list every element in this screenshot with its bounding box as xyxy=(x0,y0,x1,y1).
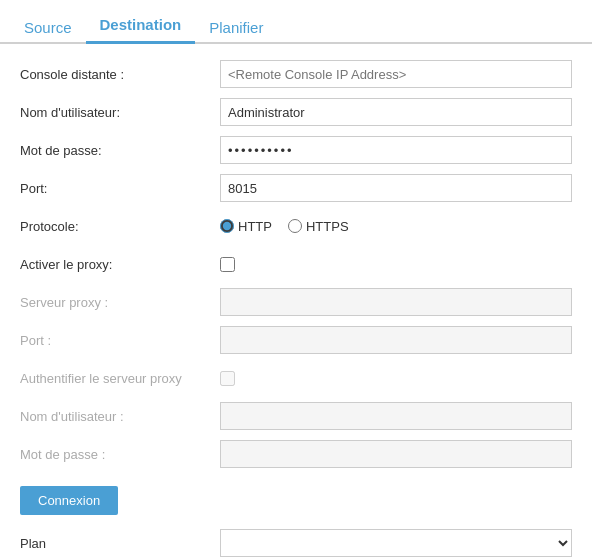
protocol-group: HTTP HTTPS xyxy=(220,219,349,234)
proxy-port-label: Port : xyxy=(20,333,220,348)
protocol-https-option[interactable]: HTTPS xyxy=(288,219,349,234)
port-row: Port: xyxy=(20,174,572,202)
proxy-port-input[interactable] xyxy=(220,326,572,354)
password-label: Mot de passe: xyxy=(20,143,220,158)
proxy-password-label: Mot de passe : xyxy=(20,447,220,462)
username-row: Nom d'utilisateur: xyxy=(20,98,572,126)
proxy-server-row: Serveur proxy : xyxy=(20,288,572,316)
proxy-enable-row: Activer le proxy: xyxy=(20,250,572,278)
form-body: Console distante : Nom d'utilisateur: Mo… xyxy=(0,44,592,557)
protocol-http-radio[interactable] xyxy=(220,219,234,233)
tab-bar: Source Destination Planifier xyxy=(0,0,592,44)
protocol-https-radio[interactable] xyxy=(288,219,302,233)
username-input[interactable] xyxy=(220,98,572,126)
proxy-username-input[interactable] xyxy=(220,402,572,430)
protocol-row: Protocole: HTTP HTTPS xyxy=(20,212,572,240)
plan-row: Plan xyxy=(20,529,572,557)
proxy-username-row: Nom d'utilisateur : xyxy=(20,402,572,430)
username-label: Nom d'utilisateur: xyxy=(20,105,220,120)
plan-select[interactable] xyxy=(220,529,572,557)
proxy-password-row: Mot de passe : xyxy=(20,440,572,468)
proxy-enable-checkbox[interactable] xyxy=(220,257,235,272)
tab-source[interactable]: Source xyxy=(10,11,86,44)
proxy-enable-label: Activer le proxy: xyxy=(20,257,220,272)
protocol-label: Protocole: xyxy=(20,219,220,234)
proxy-auth-row: Authentifier le serveur proxy xyxy=(20,364,572,392)
protocol-http-option[interactable]: HTTP xyxy=(220,219,272,234)
password-row: Mot de passe: xyxy=(20,136,572,164)
proxy-port-row: Port : xyxy=(20,326,572,354)
port-input[interactable] xyxy=(220,174,572,202)
console-input[interactable] xyxy=(220,60,572,88)
proxy-password-input[interactable] xyxy=(220,440,572,468)
port-label: Port: xyxy=(20,181,220,196)
tab-planifier[interactable]: Planifier xyxy=(195,11,277,44)
proxy-auth-checkbox[interactable] xyxy=(220,371,235,386)
connexion-button[interactable]: Connexion xyxy=(20,486,118,515)
proxy-auth-label: Authentifier le serveur proxy xyxy=(20,371,220,386)
proxy-username-label: Nom d'utilisateur : xyxy=(20,409,220,424)
plan-label: Plan xyxy=(20,536,220,551)
proxy-server-label: Serveur proxy : xyxy=(20,295,220,310)
tab-destination[interactable]: Destination xyxy=(86,8,196,44)
console-row: Console distante : xyxy=(20,60,572,88)
console-label: Console distante : xyxy=(20,67,220,82)
proxy-server-input[interactable] xyxy=(220,288,572,316)
password-input[interactable] xyxy=(220,136,572,164)
